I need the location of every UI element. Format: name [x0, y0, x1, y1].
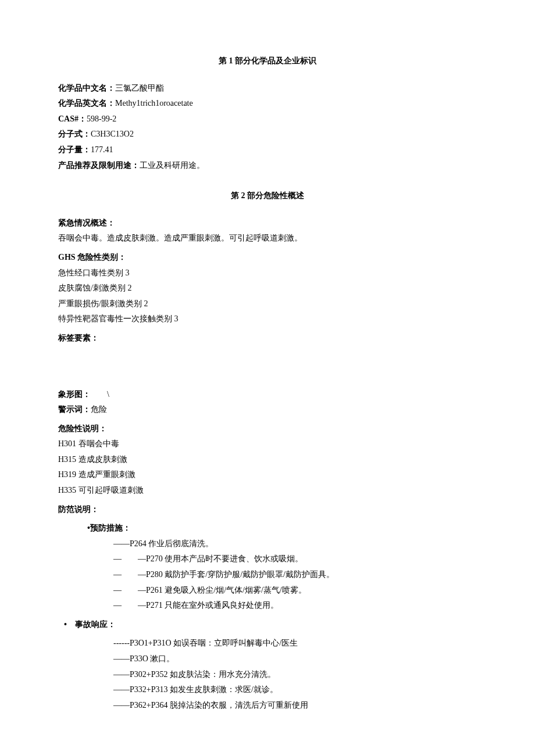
- name-cn-line: 化学品中文名：三氯乙酸甲酯: [58, 81, 477, 96]
- label-elements: 标签要素：: [58, 331, 477, 346]
- prevention-item: — —P270 使用本产品时不要进食、饮水或吸烟。: [58, 551, 477, 567]
- prevention-label: •预防措施：: [58, 521, 477, 536]
- formula-line: 分子式：C3H3C13O2: [58, 127, 477, 142]
- ghs-item: 急性经口毒性类别 3: [58, 266, 477, 281]
- cas-line: CAS#：598-99-2: [58, 112, 477, 127]
- name-en-label: 化学品英文名：: [58, 99, 115, 108]
- ghs-item: 皮肤腐蚀/刺激类别 2: [58, 281, 477, 296]
- ghs-item: 严重眼损伤/眼刺激类别 2: [58, 296, 477, 312]
- ghs-label: GHS 危险性类别：: [58, 250, 477, 266]
- mw-line: 分子量：177.41: [58, 142, 477, 158]
- precaution-label: 防范说明：: [58, 502, 477, 518]
- hazard-label: 危险性说明：: [58, 421, 477, 437]
- section-2-title: 第 2 部分危险性概述: [58, 188, 477, 204]
- response-item: ——P332+P313 如发生皮肤刺激：求医/就诊。: [58, 682, 477, 698]
- hazard-item: H319 造成严重眼刺激: [58, 467, 477, 483]
- use-value: 工业及科研用途。: [140, 161, 205, 170]
- section-1-title: 第 1 部分化学品及企业标识: [58, 53, 477, 69]
- name-en-line: 化学品英文名：Methy1trich1oroacetate: [58, 96, 477, 112]
- hazard-item: H301 吞咽会中毒: [58, 436, 477, 452]
- signal-label: 警示词：: [58, 405, 91, 414]
- response-item: ——P302+P352 如皮肤沾染：用水充分清洗。: [58, 667, 477, 683]
- use-label: 产品推荐及限制用途：: [58, 161, 140, 170]
- pictogram-line: 象形图： \: [58, 387, 477, 403]
- response-label: • 事故响应：: [58, 617, 477, 633]
- ghs-item: 特异性靶器官毒性一次接触类别 3: [58, 311, 477, 327]
- signal-value: 危险: [91, 405, 107, 414]
- signal-line: 警示词：危险: [58, 402, 477, 418]
- use-line: 产品推荐及限制用途：工业及科研用途。: [58, 158, 477, 174]
- name-en-value: Methy1trich1oroacetate: [115, 99, 193, 108]
- mw-value: 177.41: [91, 145, 113, 154]
- prevention-item: ——P264 作业后彻底清洗。: [58, 536, 477, 552]
- emergency-text: 吞咽会中毒。造成皮肤刺激。造成严重眼刺激。可引起呼吸道刺激。: [58, 231, 477, 246]
- pictogram-value: \: [107, 390, 109, 399]
- prevention-item: — —P261 避免吸入粉尘/烟/气体/烟雾/蒸气/喷雾。: [58, 583, 477, 599]
- name-cn-value: 三氯乙酸甲酯: [115, 84, 164, 92]
- response-item: ——P33O 漱口。: [58, 651, 477, 667]
- emergency-label: 紧急情况概述：: [58, 216, 477, 231]
- mw-label: 分子量：: [58, 145, 91, 154]
- formula-label: 分子式：: [58, 130, 91, 138]
- hazard-item: H315 造成皮肤刺激: [58, 452, 477, 468]
- formula-value: C3H3C13O2: [91, 130, 134, 138]
- cas-value: 598-99-2: [87, 114, 116, 123]
- response-item: ------P3O1+P31O 如误吞咽：立即呼叫解毒中心/医生: [58, 636, 477, 651]
- pictogram-label: 象形图：: [58, 390, 91, 399]
- cas-label: CAS#：: [58, 114, 87, 123]
- prevention-item: — —P280 戴防护手套/穿防护服/戴防护眼罩/戴防护面具。: [58, 567, 477, 583]
- prevention-item: — —P271 只能在室外或通风良好处使用。: [58, 598, 477, 614]
- name-cn-label: 化学品中文名：: [58, 84, 115, 92]
- hazard-item: H335 可引起呼吸道刺激: [58, 483, 477, 499]
- response-item: ——P362+P364 脱掉沾染的衣服，清洗后方可重新使用: [58, 698, 477, 714]
